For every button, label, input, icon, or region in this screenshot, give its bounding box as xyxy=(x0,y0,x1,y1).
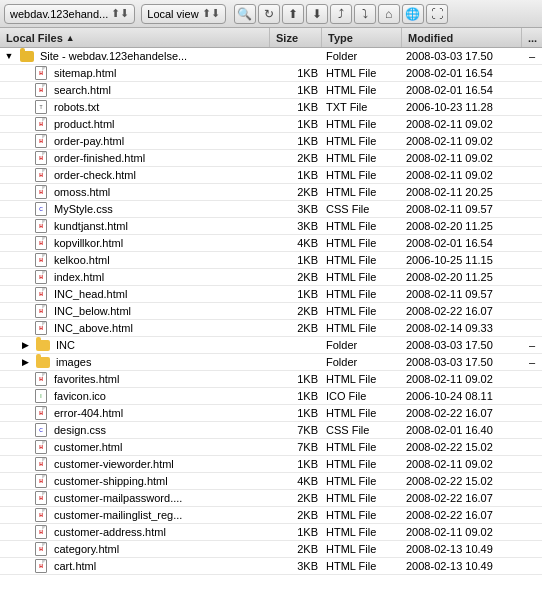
file-extra-cell xyxy=(522,388,542,404)
table-row[interactable]: Hsearch.html1KBHTML File2008-02-01 16.54 xyxy=(0,82,542,99)
sync-down-button[interactable]: ⤵ xyxy=(354,4,376,24)
file-modified-cell: 2008-03-03 17.50 xyxy=(402,48,522,64)
file-name-label: INC xyxy=(56,339,75,351)
file-name-label: index.html xyxy=(54,271,104,283)
site-dropdown-label: webdav.123ehand... xyxy=(10,8,108,20)
home-button[interactable]: ⌂ xyxy=(378,4,400,24)
table-row[interactable]: Homoss.html2KBHTML File2008-02-11 20.25 xyxy=(0,184,542,201)
table-row[interactable]: Hfavorites.html1KBHTML File2008-02-11 09… xyxy=(0,371,542,388)
file-size-cell: 2KB xyxy=(270,320,322,336)
file-extra-cell xyxy=(522,320,542,336)
file-extra-cell: – xyxy=(522,354,542,370)
table-row[interactable]: Horder-finished.html2KBHTML File2008-02-… xyxy=(0,150,542,167)
file-type-cell: HTML File xyxy=(322,303,402,319)
html-file-icon: H xyxy=(35,287,47,301)
file-type-cell: HTML File xyxy=(322,133,402,149)
table-row[interactable]: Horder-check.html1KBHTML File2008-02-11 … xyxy=(0,167,542,184)
file-modified-cell: 2008-02-11 20.25 xyxy=(402,184,522,200)
table-row[interactable]: Horder-pay.html1KBHTML File2008-02-11 09… xyxy=(0,133,542,150)
globe-button[interactable]: 🌐 xyxy=(402,4,424,24)
table-row[interactable]: CMyStyle.css3KBCSS File2008-02-11 09.57 xyxy=(0,201,542,218)
table-row[interactable]: Ifavicon.ico1KBICO File2006-10-24 08.11 xyxy=(0,388,542,405)
table-row[interactable]: ▶imagesFolder2008-03-03 17.50– xyxy=(0,354,542,371)
file-type-cell: CSS File xyxy=(322,422,402,438)
table-row[interactable]: Hcustomer.html7KBHTML File2008-02-22 15.… xyxy=(0,439,542,456)
table-row[interactable]: Hindex.html2KBHTML File2008-02-20 11.25 xyxy=(0,269,542,286)
title-bar: webdav.123ehand... ⬆⬇ Local view ⬆⬇ 🔍 ↻ … xyxy=(0,0,542,28)
file-name-label: INC_above.html xyxy=(54,322,133,334)
file-modified-cell: 2008-02-11 09.02 xyxy=(402,524,522,540)
file-type-cell: HTML File xyxy=(322,558,402,574)
table-row[interactable]: Hcustomer-mailpassword....2KBHTML File20… xyxy=(0,490,542,507)
table-row[interactable]: Hsitemap.html1KBHTML File2008-02-01 16.5… xyxy=(0,65,542,82)
file-modified-cell: 2008-02-13 10.49 xyxy=(402,541,522,557)
tree-toggle-icon[interactable]: ▶ xyxy=(20,340,30,350)
file-type-cell: HTML File xyxy=(322,184,402,200)
table-row[interactable]: Hcart.html3KBHTML File2008-02-13 10.49 xyxy=(0,558,542,575)
table-row[interactable]: Cdesign.css7KBCSS File2008-02-01 16.40 xyxy=(0,422,542,439)
col-header-type[interactable]: Type xyxy=(322,28,402,47)
toolbar: 🔍 ↻ ⬆ ⬇ ⤴ ⤵ ⌂ 🌐 ⛶ xyxy=(234,4,448,24)
refresh-button[interactable]: ↻ xyxy=(258,4,280,24)
table-row[interactable]: HINC_below.html2KBHTML File2008-02-22 16… xyxy=(0,303,542,320)
file-extra-cell: – xyxy=(522,48,542,64)
file-size-cell xyxy=(270,337,322,353)
file-type-cell: HTML File xyxy=(322,116,402,132)
file-modified-cell: 2008-02-22 15.02 xyxy=(402,439,522,455)
table-row[interactable]: Trobots.txt1KBTXT File2006-10-23 11.28 xyxy=(0,99,542,116)
html-file-icon: H xyxy=(35,508,47,522)
table-row[interactable]: Hproduct.html1KBHTML File2008-02-11 09.0… xyxy=(0,116,542,133)
table-row[interactable]: Hkopvillkor.html4KBHTML File2008-02-01 1… xyxy=(0,235,542,252)
view-dropdown[interactable]: Local view ⬆⬇ xyxy=(141,4,225,24)
col-header-modified[interactable]: Modified xyxy=(402,28,522,47)
file-name-label: order-check.html xyxy=(54,169,136,181)
col-header-name[interactable]: Local Files ▲ xyxy=(0,28,270,47)
view-dropdown-label: Local view xyxy=(147,8,198,20)
tree-toggle-icon[interactable]: ▼ xyxy=(4,51,14,61)
html-file-icon: H xyxy=(35,117,47,131)
table-row[interactable]: ▶INCFolder2008-03-03 17.50– xyxy=(0,337,542,354)
file-modified-cell: 2008-02-22 16.07 xyxy=(402,490,522,506)
table-row[interactable]: Hkundtjanst.html3KBHTML File2008-02-20 1… xyxy=(0,218,542,235)
download-button[interactable]: ⬇ xyxy=(306,4,328,24)
file-name-label: search.html xyxy=(54,84,111,96)
file-size-cell: 1KB xyxy=(270,116,322,132)
folder-icon xyxy=(36,340,50,351)
file-size-cell: 1KB xyxy=(270,133,322,149)
table-row[interactable]: Hcustomer-address.html1KBHTML File2008-0… xyxy=(0,524,542,541)
site-dropdown[interactable]: webdav.123ehand... ⬆⬇ xyxy=(4,4,135,24)
table-row[interactable]: ▼Site - webdav.123ehandelse...Folder2008… xyxy=(0,48,542,65)
table-row[interactable]: Hcustomer-vieworder.html1KBHTML File2008… xyxy=(0,456,542,473)
file-extra-cell xyxy=(522,65,542,81)
html-file-icon: H xyxy=(35,525,47,539)
file-type-cell: HTML File xyxy=(322,218,402,234)
tree-toggle-icon[interactable]: ▶ xyxy=(20,357,30,367)
table-row[interactable]: HINC_head.html1KBHTML File2008-02-11 09.… xyxy=(0,286,542,303)
upload-button[interactable]: ⬆ xyxy=(282,4,304,24)
file-modified-cell: 2008-02-13 10.49 xyxy=(402,558,522,574)
file-type-cell: HTML File xyxy=(322,235,402,251)
txt-file-icon: T xyxy=(35,100,47,114)
file-extra-cell xyxy=(522,218,542,234)
file-size-cell xyxy=(270,48,322,64)
file-type-cell: HTML File xyxy=(322,82,402,98)
file-extra-cell xyxy=(522,541,542,557)
table-row[interactable]: Hcustomer-mailinglist_reg...2KBHTML File… xyxy=(0,507,542,524)
expand-button[interactable]: ⛶ xyxy=(426,4,448,24)
file-size-cell: 1KB xyxy=(270,388,322,404)
table-row[interactable]: Hcategory.html2KBHTML File2008-02-13 10.… xyxy=(0,541,542,558)
table-row[interactable]: Hcustomer-shipping.html4KBHTML File2008-… xyxy=(0,473,542,490)
file-type-cell: ICO File xyxy=(322,388,402,404)
sync-up-button[interactable]: ⤴ xyxy=(330,4,352,24)
table-row[interactable]: HINC_above.html2KBHTML File2008-02-14 09… xyxy=(0,320,542,337)
col-header-size[interactable]: Size xyxy=(270,28,322,47)
file-name-label: cart.html xyxy=(54,560,96,572)
file-type-cell: HTML File xyxy=(322,507,402,523)
table-row[interactable]: Herror-404.html1KBHTML File2008-02-22 16… xyxy=(0,405,542,422)
file-type-cell: HTML File xyxy=(322,439,402,455)
table-row[interactable]: Hkelkoo.html1KBHTML File2006-10-25 11.15 xyxy=(0,252,542,269)
file-name-label: customer.html xyxy=(54,441,122,453)
search-button[interactable]: 🔍 xyxy=(234,4,256,24)
file-modified-cell: 2008-02-11 09.02 xyxy=(402,456,522,472)
html-file-icon: H xyxy=(35,185,47,199)
